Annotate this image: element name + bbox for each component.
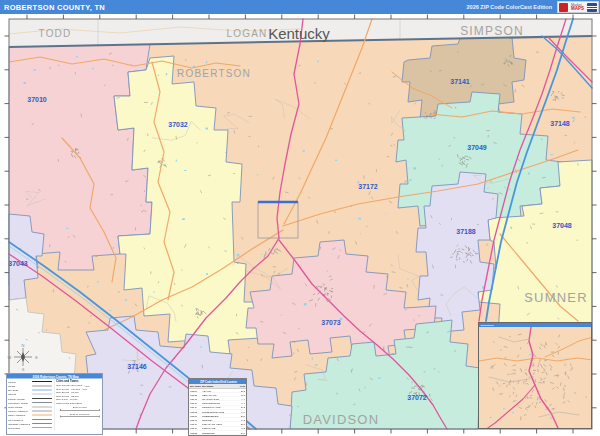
zip-code-cell: 37010 [189,389,202,392]
scale-bar-km: Scale in Kilometers [56,413,103,418]
legend-line-label: US Highways [8,418,32,421]
county-label-todd: TODD [39,28,72,39]
grid-cell: C-3 [235,393,246,396]
legend-city-range: Over 100,000 (see inset) [56,384,82,387]
zip-label-37032: 37032 [168,121,188,128]
zip-code-cell: 37141 [189,418,202,421]
zip-code-cell: 37049 [189,406,202,409]
legend-city-items: Over 100,000 (see inset)⌂CityOver 50,000… [56,384,103,405]
legend-city-range: Over 10,000 - 25,000 [56,395,79,398]
grid-cell: A-4 [235,397,246,400]
logo-mark-icon [559,3,568,12]
zip-label-37043: 37043 [8,260,28,267]
zip-code-cell: 37043 [189,397,202,400]
zip-label-37072: 37072 [407,394,427,401]
legend-city-range: Over 25,000 - 50,000 [56,391,79,394]
city-inset-map: Springfield [478,322,592,429]
logo-block-icon [587,3,597,12]
inset-roads [479,327,592,429]
zip-code-cell: 37072 [189,410,202,413]
legend-line-items: CountyRoadsZIP CodeStreetsPrimary RoadsS… [7,379,55,430]
grid-cell: B-6 [235,422,246,425]
zip-label-37049: 37049 [467,144,487,151]
zip-label-37048: 37048 [552,222,572,229]
zip-label-37148: 37148 [550,120,570,127]
legend-city-range: Over 50,000 - 100,000 [56,388,80,391]
zip-name-cell: COTTONTOWN [202,401,235,404]
zip-name-cell: GREENBRIER [202,414,235,417]
zip-name-cell: ORLINDA [202,418,235,421]
county-label-sumner: SUMNER [524,290,588,305]
state-label: Kentucky [268,25,330,42]
zip-label-37188: 37188 [456,228,476,235]
legend-line-sample [32,410,52,411]
grid-cell: F-2 [235,418,246,421]
grid-cell: D-6 [235,431,246,434]
zip-code-cell: 37148 [189,427,202,430]
edition-label: 2026 ZIP Code ColorCast Edition [467,4,552,10]
legend-line-label: Streets [8,393,32,396]
zip-label-37073: 37073 [321,319,341,326]
legend-line-sample [32,402,52,403]
city-icon: ⌂City [82,387,88,390]
legend-city-row: Under 5,000 and Places [56,401,103,405]
grid-cell: H-2 [235,427,246,430]
legend-line-sample [32,398,52,399]
zip-name-cell: ADAMS [202,389,235,392]
zip-name-cell: PLEASANT VIEW [202,422,235,425]
grid-cell: B-2 [235,389,246,392]
zip-name-cell: CLARKSVILLE [202,397,235,400]
zip-name-cell: PORTLAND [202,427,235,430]
legend: 2026 Robertson County, TN Map CountyRoad… [6,373,103,435]
zip-name-cell: GOODLETTSVILLE [202,410,235,413]
legend-line-label: State Highways [8,414,32,417]
zip-code-cell: 37032 [189,393,202,396]
zip-label-37141: 37141 [450,78,470,85]
legend-line-sample [32,394,52,395]
grid-cell: G-2 [235,406,246,409]
grid-cell: F-6 [235,410,246,413]
inset-map-canvas [479,327,592,429]
compass-letter-n: N [22,343,25,348]
legend-line-label: ZIP Code [8,388,32,391]
county-label-simpson: SIMPSON [460,24,524,38]
legend-line-label: Interstate Highways [8,422,32,425]
legend-line-label: Primary Roads [8,397,32,400]
zip-code-cell: 37152 [189,431,202,434]
legend-city-range: Under 5,000 and Places [56,402,82,405]
county-label-davidson: DAVIDSON [303,412,380,427]
legend-line-label: Secondary Roads [8,401,32,404]
inset-title: Springfield [479,323,591,327]
logo-line2: MAPS [571,7,584,11]
compass-letter-w: W [8,355,12,360]
legend-line-label: Minor Roads [8,405,32,408]
legend-line-sample [32,419,52,420]
grid-cell: H-4 [235,401,246,404]
compass-letter-s: S [22,367,25,372]
legend-line-sample [32,381,52,382]
zip-name-cell: CROSS PLAINS [202,406,235,409]
zip-code-cell: 37048 [189,401,202,404]
zip-code-cell: 37073 [189,414,202,417]
zip-code-cell: 37146 [189,422,202,425]
legend-line-sample [32,427,52,428]
zip-name-cell: CEDAR HILL [202,393,235,396]
county-label-robertson: ROBERTSON [177,68,251,79]
title-bar: ROBERTSON COUNTY, TN 2026 ZIP Code Color… [0,0,600,14]
legend-city-range: Over 5,000 - 10,000 [56,398,77,401]
page-title: ROBERTSON COUNTY, TN [4,3,105,12]
legend-line-sample [32,415,52,416]
legend-line-label: Roads [8,384,32,387]
inset-street-texture [490,334,587,420]
legend-line-row: Toll Roads [8,426,55,430]
zip-col-header: Grid [235,385,246,388]
legend-line-sample [32,389,52,390]
compass-letter-e: E [35,355,38,360]
legend-line-label: Toll Roads [8,426,32,429]
zip-name-cell: RIDGETOP [202,431,235,434]
legend-line-label: County Highways [8,409,32,412]
legend-line-label: County [8,380,32,383]
zip-label-37010: 37010 [27,96,47,103]
legend-line-sample [32,423,52,424]
county-label-logan: LOGAN [226,28,267,39]
